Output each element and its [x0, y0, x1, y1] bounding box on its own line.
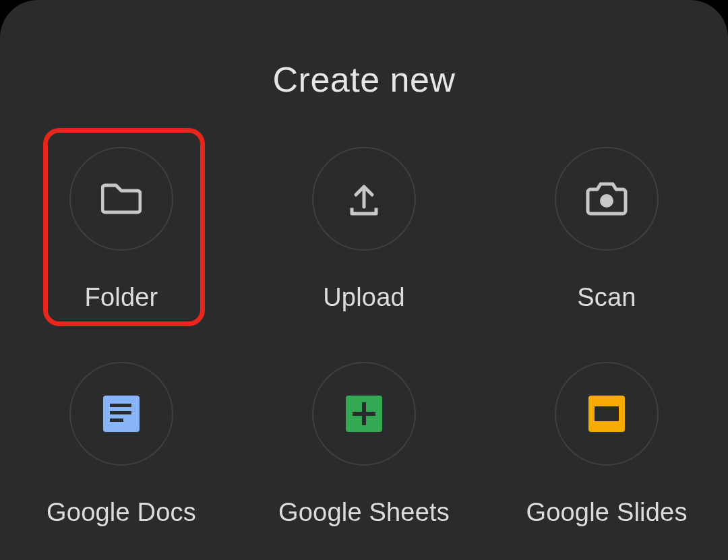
create-upload-button[interactable]: Upload	[243, 147, 485, 312]
svg-point-0	[600, 194, 613, 208]
upload-icon	[312, 147, 416, 251]
sheet-title: Create new	[0, 59, 728, 100]
create-grid: Folder Upload Scan	[0, 100, 728, 527]
create-scan-button[interactable]: Scan	[485, 147, 728, 312]
folder-label: Folder	[85, 283, 158, 312]
google-slides-icon	[555, 362, 659, 466]
google-docs-label: Google Docs	[47, 498, 196, 527]
google-docs-icon	[69, 362, 173, 466]
create-new-sheet: Create new Folder Upload	[0, 0, 728, 560]
create-google-slides-button[interactable]: Google Slides	[485, 362, 728, 527]
folder-icon	[69, 147, 173, 251]
google-slides-label: Google Slides	[526, 498, 687, 527]
create-google-docs-button[interactable]: Google Docs	[0, 362, 243, 527]
create-google-sheets-button[interactable]: Google Sheets	[243, 362, 485, 527]
google-sheets-icon	[312, 362, 416, 466]
camera-icon	[555, 147, 659, 251]
create-folder-button[interactable]: Folder	[0, 147, 243, 312]
google-sheets-label: Google Sheets	[278, 498, 450, 527]
upload-label: Upload	[323, 283, 405, 312]
scan-label: Scan	[577, 283, 636, 312]
